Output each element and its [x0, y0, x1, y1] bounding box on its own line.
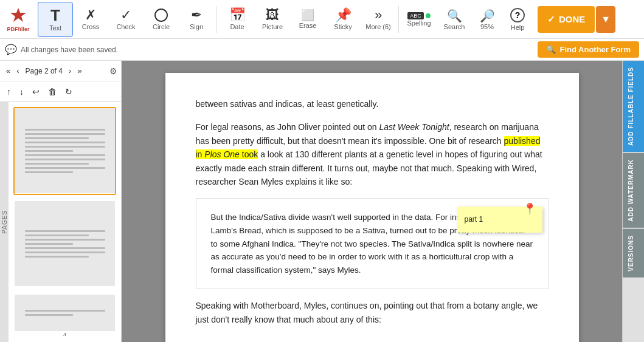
pages-side-label: PAGES [0, 205, 10, 239]
search-label: Search [444, 23, 465, 30]
left-panel: « ‹ Page 2 of 4 › » ⚙ ↑ ↓ ↩ 🗑 ↻ PAGES [0, 61, 122, 342]
circle-tool[interactable]: Circle [144, 2, 179, 37]
watermark-tab-label: ADD WATERMARK [628, 159, 634, 222]
text-tool[interactable]: T Text [38, 2, 73, 37]
settings-button[interactable]: ⚙ [109, 66, 117, 76]
picture-tool[interactable]: 🖼 Picture [255, 2, 290, 37]
page-nav-bar: « ‹ Page 2 of 4 › » ⚙ [0, 61, 121, 81]
delete-button[interactable]: 🗑 [45, 86, 60, 98]
help-label: Help [511, 24, 525, 31]
zoom-label: 95% [480, 23, 494, 30]
page-tools: ↑ ↓ ↩ 🗑 ↻ [0, 81, 121, 102]
undo-button[interactable]: ↩ [29, 86, 43, 98]
zoom-tool[interactable]: 🔎 95% [472, 2, 502, 37]
logo-text: PDFfiller [7, 26, 29, 32]
sticky-tool-label: Sticky [334, 23, 351, 30]
pdf-page: between sativas and indicas, at least ge… [165, 73, 579, 342]
move-up-button[interactable]: ↑ [4, 86, 14, 98]
date-tool[interactable]: 📅 Date [220, 2, 255, 37]
picture-icon: 🖼 [266, 9, 279, 22]
sticky-icon: 📌 [335, 9, 351, 22]
pages-list: 2 3 [9, 102, 121, 342]
done-checkmark-icon: ✓ [547, 14, 555, 25]
cross-tool-label: Cross [82, 23, 100, 30]
first-page-button[interactable]: « [4, 65, 13, 77]
more-tool-label: More (6) [365, 23, 391, 30]
sticky-note[interactable]: 📍 part 1 [457, 207, 542, 233]
main-toolbar: PDFfiller T Text ✗ Cross ✓ Check Circle … [0, 0, 644, 39]
right-sidebar: ADD FILLABLE FIELDS ADD WATERMARK VERSIO… [622, 61, 644, 342]
spelling-badge: ABC [407, 12, 424, 19]
pdf-paragraph-2: For legal reasons, as John Oliver pointe… [196, 120, 549, 188]
date-icon: 📅 [229, 9, 246, 22]
page-4-label: 4 [15, 331, 115, 337]
sticky-note-text: part 1 [465, 215, 483, 224]
sign-icon: ✒ [191, 9, 202, 22]
page-thumb-4[interactable]: 4 [13, 293, 116, 337]
search-icon: 🔍 [447, 9, 462, 23]
sign-tool[interactable]: ✒ Sign [179, 2, 214, 37]
refresh-button[interactable]: ↻ [62, 86, 75, 98]
cross-icon: ✗ [85, 9, 96, 22]
main-area: « ‹ Page 2 of 4 › » ⚙ ↑ ↓ ↩ 🗑 ↻ PAGES [0, 61, 644, 342]
circle-tool-label: Circle [153, 23, 170, 30]
pdf-paragraph-3: Speaking with Motherboard, Myles, contin… [196, 299, 549, 326]
last-page-button[interactable]: » [75, 65, 84, 77]
erase-tool-label: Erase [299, 22, 317, 29]
logo-icon [9, 7, 27, 25]
text-icon: T [50, 7, 60, 23]
app-logo: PDFfiller [5, 7, 32, 32]
erase-icon: ⬜ [301, 10, 314, 21]
spelling-label: Spelling [407, 19, 431, 27]
toolbar-divider-1 [216, 6, 217, 33]
help-tool[interactable]: ? Help [502, 2, 533, 37]
versions-tab[interactable]: VERSIONS [623, 229, 645, 278]
picture-tool-label: Picture [262, 23, 283, 30]
italic-text: Last Week Tonight [379, 122, 449, 132]
next-page-button[interactable]: › [66, 65, 74, 77]
check-tool-label: Check [116, 23, 135, 30]
date-tool-label: Date [230, 23, 244, 30]
cross-tool[interactable]: ✗ Cross [73, 2, 108, 37]
sign-tool-label: Sign [190, 23, 203, 30]
sticky-tool[interactable]: 📌 Sticky [325, 2, 361, 37]
status-icon: 💬 [5, 44, 17, 55]
fillable-fields-tab-label: ADD FILLABLE FIELDS [628, 67, 634, 146]
page-thumb-3[interactable]: 3 [13, 200, 116, 288]
done-dropdown-button[interactable]: ▼ [596, 6, 615, 33]
help-icon: ? [510, 8, 525, 22]
search-form-icon: 🔍 [546, 45, 556, 54]
page-2-label: 2 [15, 193, 115, 195]
done-dropdown-icon: ▼ [601, 14, 611, 25]
status-text: All changes have been saved. [21, 46, 118, 54]
erase-tool[interactable]: ⬜ Erase [290, 2, 325, 37]
versions-tab-label: VERSIONS [628, 235, 634, 272]
spelling-status-dot [426, 13, 431, 18]
done-button-label: DONE [559, 14, 585, 24]
find-another-form-label: Find Another Form [559, 45, 631, 54]
content-area: between sativas and indicas, at least ge… [122, 61, 622, 342]
more-tool[interactable]: » More (6) [361, 2, 396, 37]
secondary-toolbar: 💬 All changes have been saved. 🔍 Find An… [0, 39, 644, 61]
circle-icon [154, 9, 168, 22]
prev-page-button[interactable]: ‹ [14, 65, 21, 77]
search-tool[interactable]: 🔍 Search [437, 2, 472, 37]
more-icon: » [375, 9, 382, 22]
zoom-icon: 🔎 [480, 9, 495, 23]
fillable-fields-tab[interactable]: ADD FILLABLE FIELDS [623, 61, 645, 152]
sticky-pin-icon: 📍 [523, 200, 536, 218]
page-thumb-2[interactable]: 2 [13, 107, 116, 195]
pdf-paragraph-1: between sativas and indicas, at least ge… [196, 97, 549, 111]
watermark-tab[interactable]: ADD WATERMARK [623, 153, 645, 228]
check-tool[interactable]: ✓ Check [108, 2, 144, 37]
page-indicator: Page 2 of 4 [23, 67, 65, 75]
check-icon: ✓ [120, 9, 131, 22]
find-another-form-button[interactable]: 🔍 Find Another Form [538, 41, 639, 58]
move-down-button[interactable]: ↓ [16, 86, 27, 98]
highlighted-text: published in Plos One took [196, 136, 541, 159]
done-button[interactable]: ✓ DONE [538, 6, 595, 33]
text-tool-label: Text [49, 24, 61, 32]
spelling-tool[interactable]: ABC Spelling [401, 2, 437, 37]
toolbar-divider-2 [398, 6, 399, 33]
page-3-label: 3 [15, 286, 115, 288]
